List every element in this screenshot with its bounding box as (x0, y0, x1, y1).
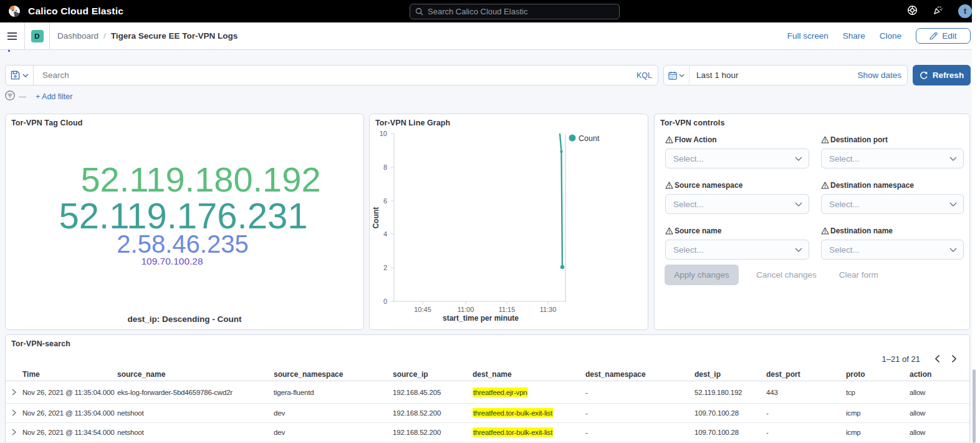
flow-action-select[interactable]: Select... (665, 148, 809, 168)
newsfeed-icon[interactable] (933, 5, 943, 18)
cell-dest-name: threatfeed.tor-bulk-exit-list (473, 409, 585, 417)
destination-name-select[interactable]: Select... (821, 240, 964, 260)
highlighted-dest-name: threatfeed.tor-bulk-exit-list (473, 408, 553, 417)
clear-form-button[interactable]: Clear form (839, 270, 878, 280)
breadcrumb-dashboard[interactable]: Dashboard (57, 31, 98, 41)
breadcrumb-current: Tigera Secure EE Tor-VPN Logs (111, 31, 238, 41)
field-source-name: Source name Select... (665, 226, 809, 260)
destination-namespace-select[interactable]: Select... (821, 194, 964, 214)
cell-dest-ip: 109.70.100.28 (694, 429, 766, 436)
panel-controls: Tor-VPN controls Flow Action Select... D… (654, 114, 970, 330)
space-selector[interactable]: D (25, 22, 50, 49)
row-expand-button[interactable] (6, 389, 22, 396)
top-header-bar: Calico Cloud Elastic Search Calico Cloud… (0, 0, 972, 22)
query-language-button[interactable]: KQL (637, 71, 652, 80)
table-row: Nov 26, 2021 @ 11:35:04.000 netshoot dev… (6, 404, 969, 423)
chevron-down-icon (949, 202, 957, 207)
field-destination-namespace: Destination namespace Select... (821, 181, 964, 214)
pagination-range: 1–21 of 21 (882, 354, 920, 364)
saved-query-menu-button[interactable] (6, 66, 34, 85)
date-quick-menu-button[interactable] (664, 66, 689, 85)
add-filter-button[interactable]: + Add filter (36, 92, 72, 101)
filter-options-icon[interactable] (5, 90, 15, 103)
col-proto[interactable]: proto (846, 370, 910, 379)
cell-dest-port: 443 (766, 389, 846, 396)
calico-logo-icon[interactable] (8, 5, 21, 17)
cell-proto: tcp (846, 389, 910, 396)
tag-ip-3[interactable]: 2.58.46.235 (117, 231, 248, 256)
share-link[interactable]: Share (843, 31, 865, 41)
cell-dest-namespace: - (585, 429, 694, 436)
cell-dest-port: - (766, 429, 846, 436)
cell-time: Nov 26, 2021 @ 11:35:04.000 (22, 389, 117, 396)
destination-port-select[interactable]: Select... (821, 148, 964, 168)
help-icon[interactable] (907, 5, 918, 18)
edit-button[interactable]: Edit (916, 28, 971, 44)
chevron-down-icon (795, 248, 802, 252)
svg-text:2: 2 (383, 264, 387, 271)
row-expand-button[interactable] (6, 429, 22, 436)
field-label: Destination name (830, 226, 893, 235)
global-search-placeholder: Search Calico Cloud Elastic (428, 7, 527, 16)
cell-proto: icmp (846, 409, 910, 417)
col-dest-name[interactable]: dest_name (473, 370, 585, 379)
svg-text:10:45: 10:45 (414, 306, 431, 313)
svg-text:11:30: 11:30 (540, 306, 557, 313)
refresh-button-label: Refresh (933, 71, 964, 80)
time-range-value[interactable]: Last 1 hour (696, 71, 857, 80)
source-namespace-select[interactable]: Select... (665, 194, 809, 214)
breadcrumb-separator: / (103, 31, 106, 41)
apply-changes-button[interactable]: Apply changes (665, 265, 739, 285)
cell-source-ip: 192.168.52.200 (393, 429, 473, 436)
table-row: Nov 26, 2021 @ 11:35:04.000 eks-log-forw… (6, 382, 969, 404)
tag-ip-4[interactable]: 109.70.100.28 (141, 256, 203, 266)
search-panel-title: Tor-VPN-search (11, 339, 70, 348)
calendar-icon (668, 71, 677, 80)
scrollbar-thumb[interactable] (973, 369, 976, 443)
col-time[interactable]: Time (22, 370, 117, 379)
table-header-row: Time source_name source_namespace source… (6, 368, 969, 381)
cell-time: Nov 26, 2021 @ 11:35:04.000 (22, 409, 117, 417)
chevron-right-icon (12, 429, 16, 436)
table-row: Nov 26, 2021 @ 11:34:54.000 netshoot dev… (6, 423, 969, 442)
user-avatar[interactable]: t (958, 4, 972, 18)
chevron-right-icon (951, 354, 957, 363)
highlighted-dest-name: threatfeed.ejr-vpn (473, 387, 528, 397)
global-search-input[interactable]: Search Calico Cloud Elastic (410, 4, 620, 19)
cancel-changes-button[interactable]: Cancel changes (756, 270, 817, 280)
col-dest-namespace[interactable]: dest_namespace (585, 370, 694, 379)
tag-ip-2[interactable]: 52.119.176.231 (59, 198, 308, 234)
full-screen-link[interactable]: Full screen (787, 31, 829, 41)
query-input[interactable]: Search (42, 71, 637, 80)
row-expand-button[interactable] (6, 409, 22, 416)
refresh-button[interactable]: Refresh (913, 65, 971, 85)
col-dest-ip[interactable]: dest_ip (694, 370, 766, 379)
legend-dot[interactable] (569, 135, 576, 142)
col-source-namespace[interactable]: source_namespace (274, 370, 393, 379)
filter-bar: — + Add filter (5, 91, 72, 102)
chevron-down-icon (949, 157, 957, 161)
tag-ip-1[interactable]: 52.119.180.192 (80, 162, 320, 197)
source-name-select[interactable]: Select... (665, 240, 809, 260)
svg-text:6: 6 (383, 197, 387, 205)
chevron-down-icon (795, 202, 802, 207)
show-dates-button[interactable]: Show dates (857, 71, 901, 80)
col-source-ip[interactable]: source_ip (393, 370, 473, 379)
cell-source-name: netshoot (117, 409, 274, 417)
pencil-icon (930, 32, 938, 40)
col-dest-port[interactable]: dest_port (766, 370, 846, 379)
cell-source-name: eks-log-forwarder-5bd4659786-cwd2r (117, 389, 274, 396)
cell-source-ip: 192.168.52.200 (393, 409, 473, 417)
menu-hamburger-icon[interactable] (0, 22, 25, 49)
legend-label[interactable]: Count (579, 134, 600, 143)
col-action[interactable]: action (910, 370, 969, 379)
chevron-down-icon (22, 74, 29, 77)
clone-link[interactable]: Clone (880, 31, 901, 41)
pagination-next-button[interactable] (946, 352, 963, 366)
field-label: Destination port (830, 135, 888, 144)
navbar: D Dashboard / Tigera Secure EE Tor-VPN L… (0, 22, 980, 50)
cell-dest-ip: 109.70.100.28 (694, 409, 766, 417)
pagination-prev-button[interactable] (929, 352, 946, 366)
col-source-name[interactable]: source_name (117, 370, 274, 379)
count-line-series[interactable] (560, 134, 562, 267)
